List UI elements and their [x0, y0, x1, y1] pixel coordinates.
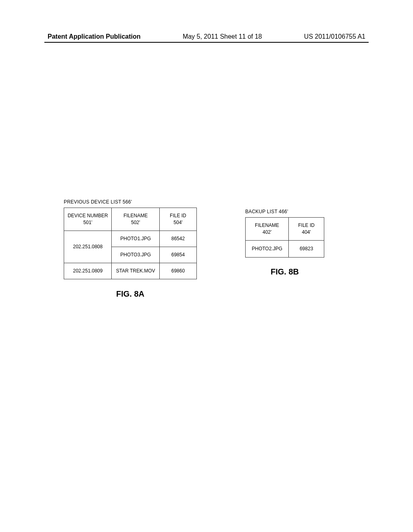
figure-8a-caption: FIG. 8A — [64, 289, 197, 299]
cell-device: 202.251.0809 — [64, 263, 112, 279]
figure-8b-title: BACKUP LIST 466' — [245, 209, 324, 214]
cell-fileid: 86542 — [159, 231, 196, 247]
table-row: PHOTO2.JPG 69823 — [246, 240, 324, 257]
col-header-device-number: DEVICE NUMBER 501' — [64, 208, 112, 231]
col-header-fileid: FILE ID 504' — [159, 208, 196, 231]
table-row: 202.251.0809 STAR TREK.MOV 69860 — [64, 263, 197, 279]
col-label: FILE ID — [170, 213, 186, 218]
header-center: May 5, 2011 Sheet 11 of 18 — [183, 33, 262, 40]
header-left: Patent Application Publication — [48, 33, 141, 40]
table-row: 202.251.0808 PHOTO1.JPG 86542 — [64, 231, 197, 247]
col-ref: 501' — [83, 220, 92, 225]
col-header-filename: FILENAME 402' — [246, 218, 289, 241]
cell-filename: STAR TREK.MOV — [112, 263, 159, 279]
col-ref: 502' — [131, 220, 140, 225]
col-header-fileid: FILE ID 404' — [289, 218, 324, 241]
figure-8a-title: PREVIOUS DEVICE LIST 566' — [64, 199, 197, 205]
cell-fileid: 69854 — [159, 247, 196, 263]
col-label: FILENAME — [123, 213, 148, 218]
col-header-filename: FILENAME 502' — [112, 208, 159, 231]
page-header: Patent Application Publication May 5, 20… — [48, 33, 365, 43]
cell-fileid: 69823 — [289, 240, 324, 257]
col-label: FILENAME — [255, 222, 279, 228]
col-label: FILE ID — [298, 222, 315, 228]
figure-8a-container: PREVIOUS DEVICE LIST 566' DEVICE NUMBER … — [64, 199, 197, 299]
col-ref: 402' — [263, 229, 271, 235]
cell-device: 202.251.0808 — [64, 231, 112, 263]
backup-list-table: FILENAME 402' FILE ID 404' PHOTO2.JPG 69… — [245, 217, 324, 258]
figure-8b-caption: FIG. 8B — [245, 267, 324, 276]
header-rule — [44, 42, 369, 43]
header-right: US 2011/0106755 A1 — [304, 33, 365, 40]
cell-filename: PHOTO3.JPG — [112, 247, 159, 263]
figure-8b-container: BACKUP LIST 466' FILENAME 402' FILE ID 4… — [245, 209, 324, 276]
col-ref: 504' — [173, 220, 182, 225]
col-label: DEVICE NUMBER — [68, 213, 108, 218]
previous-device-list-table: DEVICE NUMBER 501' FILENAME 502' FILE ID… — [64, 208, 197, 279]
cell-filename: PHOTO2.JPG — [246, 240, 289, 257]
col-ref: 404' — [302, 229, 311, 235]
cell-filename: PHOTO1.JPG — [112, 231, 159, 247]
cell-fileid: 69860 — [159, 263, 196, 279]
